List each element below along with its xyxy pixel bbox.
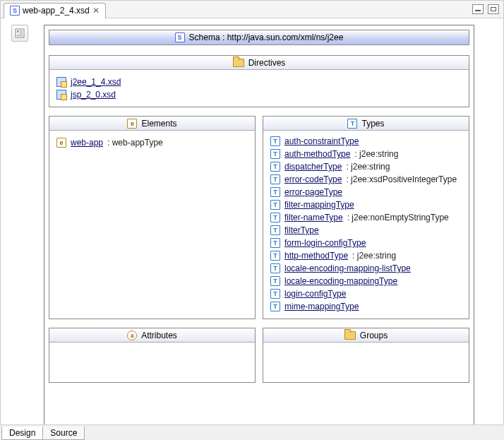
type-icon: T [270,289,280,299]
tab-source[interactable]: Source [42,427,85,440]
panel-title: Elements [141,119,176,129]
list-item: Thttp-methodType : j2ee:string [270,249,466,262]
panel-header-types[interactable]: T Types [263,117,469,131]
folder-icon [344,331,356,340]
schema-document: S Schema : http://java.sun.com/xml/ns/j2… [44,25,474,424]
type-icon: T [270,302,280,311]
panel-attributes: a Attributes [49,328,256,383]
schema-title-text: Schema : http://java.sun.com/xml/ns/j2ee [189,32,344,42]
type-link[interactable]: locale-encoding-mapping-listType [284,262,411,275]
type-icon: T [270,200,280,210]
panel-header-attributes[interactable]: a Attributes [49,328,255,343]
type-icon: T [270,162,280,172]
type-link[interactable]: web-app [71,136,103,149]
type-link[interactable]: filterType [284,224,319,237]
type-link[interactable]: form-login-configType [284,237,366,249]
outline-icon [15,28,25,38]
list-item: Tfilter-nameType : j2ee:nonEmptyStringTy… [270,211,466,224]
panel-elements: e Elements eweb-app : web-appType [49,116,256,319]
list-item: Tmime-mappingType [270,300,466,313]
type-link[interactable]: login-configType [284,287,346,300]
type-link[interactable]: auth-methodType [284,148,350,160]
panel-header-groups[interactable]: Groups [263,328,469,343]
list-item: TfilterType [270,224,466,237]
type-icon: T [270,263,280,273]
type-icon: T [270,238,280,248]
type-link[interactable]: mime-mappingType [284,300,359,313]
list-item: Tauth-methodType : j2ee:string [270,148,466,160]
panel-header-directives[interactable]: Directives [49,56,469,70]
outline-toggle-button[interactable] [11,25,28,42]
type-suffix: : j2ee:string [352,249,396,262]
list-item: Tform-login-configType [270,237,466,249]
type-link[interactable]: dispatcherType [284,160,342,173]
list-item: Tlogin-configType [270,287,466,300]
panel-directives: Directives j2ee_1_4.xsdjsp_2_0.xsd [49,55,469,107]
list-item: Tfilter-mappingType [270,198,466,211]
schema-file-icon: S [10,6,20,16]
svg-rect-1 [17,30,19,32]
list-item: j2ee_1_4.xsd [56,76,462,88]
type-link[interactable]: j2ee_1_4.xsd [71,76,121,88]
editor-mode-tabs: Design Source [0,424,504,440]
attribute-icon: a [127,331,137,340]
panel-types: T Types Tauth-constraintTypeTauth-method… [263,116,469,319]
element-icon: e [127,119,137,129]
type-suffix: : j2ee:string [346,160,390,173]
type-icon: T [270,213,280,222]
panel-title: Attributes [141,331,177,340]
type-icon: T [270,149,280,159]
schema-icon: S [175,32,185,42]
list-item: Tauth-constraintType [270,135,466,148]
list-item: TdispatcherType : j2ee:string [270,160,466,173]
type-link[interactable]: auth-constraintType [284,135,359,148]
svg-rect-4 [17,35,23,36]
type-link[interactable]: error-pageType [284,186,342,198]
type-icon: T [270,174,280,184]
type-suffix: : web-appType [107,136,163,149]
type-icon: T [347,119,357,129]
editor-tab-active[interactable]: S web-app_2_4.xsd ✕ [4,3,106,18]
panel-body-types[interactable]: Tauth-constraintTypeTauth-methodType : j… [263,131,469,319]
type-icon: T [270,225,280,235]
tab-design[interactable]: Design [1,427,43,440]
list-item: Terror-codeType : j2ee:xsdPositiveIntege… [270,173,466,186]
type-link[interactable]: jsp_2_0.xsd [71,88,116,101]
editor-tab-title: web-app_2_4.xsd [23,6,90,16]
maximize-button[interactable] [488,4,499,14]
type-suffix: : j2ee:xsdPositiveIntegerType [346,173,457,186]
panel-body-attributes [49,343,255,382]
element-icon: e [56,138,66,148]
list-item: Terror-pageType [270,186,466,198]
window-controls [472,4,503,14]
type-icon: T [270,276,280,286]
list-item: Tlocale-encoding-mapping-listType [270,262,466,275]
row-elements-types: e Elements eweb-app : web-appType T Type… [49,116,469,319]
panel-body-directives: j2ee_1_4.xsdjsp_2_0.xsd [49,70,469,107]
panel-body-groups [263,343,469,382]
schema-title-bar: S Schema : http://java.sun.com/xml/ns/j2… [49,30,469,45]
type-link[interactable]: filter-nameType [284,211,343,224]
list-item: jsp_2_0.xsd [56,88,462,101]
type-suffix: : j2ee:string [354,148,398,160]
type-icon: T [270,187,280,197]
list-item: eweb-app : web-appType [56,136,248,149]
list-item: Tlocale-encoding-mappingType [270,275,466,287]
folder-icon [233,59,244,67]
type-suffix: : j2ee:nonEmptyStringType [347,211,449,224]
panel-groups: Groups [263,328,469,383]
minimize-button[interactable] [472,4,484,14]
close-icon[interactable]: ✕ [92,6,100,16]
svg-rect-2 [20,30,23,32]
editor-scroll[interactable]: S Schema : http://java.sun.com/xml/ns/j2… [0,18,504,424]
panel-body-elements: eweb-app : web-appType [49,131,255,319]
type-link[interactable]: locale-encoding-mappingType [284,275,397,287]
import-icon [56,77,66,87]
editor-tab-bar: S web-app_2_4.xsd ✕ [1,1,503,18]
panel-header-elements[interactable]: e Elements [49,117,255,131]
editor-content: S Schema : http://java.sun.com/xml/ns/j2… [0,18,504,424]
type-link[interactable]: filter-mappingType [284,198,354,211]
type-link[interactable]: http-methodType [284,249,348,262]
panel-title: Groups [360,331,388,340]
type-link[interactable]: error-codeType [284,173,342,186]
